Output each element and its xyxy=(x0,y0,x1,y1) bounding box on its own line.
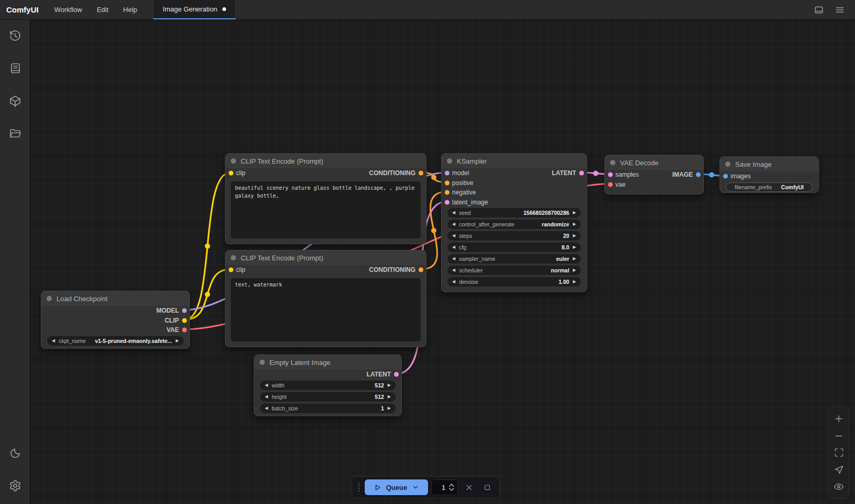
decrement-arrow-icon[interactable]: ◀ xyxy=(52,339,55,343)
collapse-dot[interactable] xyxy=(231,158,236,164)
increment-arrow-icon[interactable]: ▶ xyxy=(388,406,391,410)
widget-sampler_name[interactable]: ◀sampler_nameeuler▶ xyxy=(447,254,581,264)
interrupt-button[interactable] xyxy=(480,479,495,495)
decrement-arrow-icon[interactable]: ◀ xyxy=(265,406,268,410)
widget-height[interactable]: ◀height512▶ xyxy=(260,392,396,402)
decrement-arrow-icon[interactable]: ◀ xyxy=(452,222,455,226)
widget-ckpt_name[interactable]: ◀ckpt_namev1-5-pruned-emaonly.safete...▶ xyxy=(47,336,184,346)
output-port-IMAGE[interactable] xyxy=(696,173,701,177)
decrement-arrow-icon[interactable]: ◀ xyxy=(265,395,268,399)
widget-control_after_generate[interactable]: ◀control_after_generaterandomize▶ xyxy=(447,220,581,229)
node-header[interactable]: KSampler xyxy=(442,154,587,168)
increment-arrow-icon[interactable]: ▶ xyxy=(176,339,179,343)
decrement-arrow-icon[interactable]: ◀ xyxy=(452,257,455,261)
toggle-bottom-panel-button[interactable] xyxy=(811,2,827,18)
widget-denoise[interactable]: ◀denoise1.00▶ xyxy=(447,277,581,287)
decrement-arrow-icon[interactable]: ◀ xyxy=(452,268,455,272)
canvas-controls-panel xyxy=(828,407,849,499)
increment-arrow-icon[interactable]: ▶ xyxy=(388,383,391,387)
input-port-samples[interactable] xyxy=(608,173,613,177)
clear-queue-button[interactable] xyxy=(461,479,476,495)
sidebar-item-queue-history[interactable] xyxy=(4,25,26,47)
node-empty-latent[interactable]: Empty Latent ImageLATENT◀width512▶◀heigh… xyxy=(254,354,402,416)
decrement-arrow-icon[interactable]: ◀ xyxy=(265,383,268,387)
input-port-vae[interactable] xyxy=(608,182,613,187)
node-load-checkpoint[interactable]: Load CheckpointMODELCLIPVAE◀ckpt_namev1-… xyxy=(41,291,190,349)
output-port-LATENT[interactable] xyxy=(394,372,399,377)
node-header[interactable]: CLIP Text Encode (Prompt) xyxy=(226,154,426,168)
node-header[interactable]: CLIP Text Encode (Prompt) xyxy=(226,250,426,265)
decrement-arrow-icon[interactable]: ◀ xyxy=(452,280,455,284)
sidebar-item-node-library[interactable] xyxy=(4,58,26,79)
output-port-VAE[interactable] xyxy=(182,328,187,333)
menu-help[interactable]: Help xyxy=(116,0,144,19)
zoom-in-button[interactable] xyxy=(831,411,847,426)
sidebar-item-model-library[interactable] xyxy=(4,90,26,112)
increment-arrow-icon[interactable]: ▶ xyxy=(573,268,576,272)
increment-arrow-icon[interactable]: ▶ xyxy=(573,257,576,261)
chevron-down-icon[interactable] xyxy=(412,484,419,491)
input-port-images[interactable] xyxy=(723,174,728,179)
collapse-dot[interactable] xyxy=(260,360,265,365)
output-port-CLIP[interactable] xyxy=(182,318,187,323)
node-header[interactable]: Load Checkpoint xyxy=(41,291,189,306)
increment-arrow-icon[interactable]: ▶ xyxy=(573,234,576,238)
input-port-clip[interactable] xyxy=(229,268,233,272)
widget-cfg[interactable]: ◀cfg8.0▶ xyxy=(447,243,581,252)
output-port-MODEL[interactable] xyxy=(182,308,187,313)
decrement-arrow-icon[interactable]: ◀ xyxy=(452,245,455,249)
decrement-arrow-icon[interactable]: ◀ xyxy=(452,234,455,238)
main-menu-button[interactable] xyxy=(832,2,848,18)
batch-count-stepper[interactable] xyxy=(449,484,454,491)
prompt-text-area[interactable]: text, watermark xyxy=(231,278,421,342)
widget-batch_size[interactable]: ◀batch_size1▶ xyxy=(260,404,396,413)
toggle-link-visibility-button[interactable] xyxy=(831,479,847,494)
zoom-out-button[interactable] xyxy=(831,429,847,443)
collapse-dot[interactable] xyxy=(47,296,52,301)
widget-label: scheduler xyxy=(459,267,483,273)
collapse-dot[interactable] xyxy=(610,160,615,165)
node-header[interactable]: VAE Decode xyxy=(605,155,703,170)
input-port-positive[interactable] xyxy=(445,180,449,185)
collapse-dot[interactable] xyxy=(447,158,452,164)
output-port-CONDITIONING[interactable] xyxy=(419,268,423,272)
fit-view-button[interactable] xyxy=(831,445,847,460)
widget-width[interactable]: ◀width512▶ xyxy=(260,381,396,390)
decrement-arrow-icon[interactable]: ◀ xyxy=(452,211,455,215)
select-mode-button[interactable] xyxy=(831,462,847,477)
menu-edit[interactable]: Edit xyxy=(89,0,116,19)
drag-handle[interactable] xyxy=(356,480,362,494)
node-ksampler[interactable]: KSamplermodelLATENTpositivenegativelaten… xyxy=(441,153,587,292)
tab-image-generation[interactable]: Image Generation xyxy=(153,0,236,19)
widget-scheduler[interactable]: ◀schedulernormal▶ xyxy=(447,266,581,275)
output-port-CONDITIONING[interactable] xyxy=(419,171,423,176)
settings-button[interactable] xyxy=(4,475,26,497)
widget-steps[interactable]: ◀steps20▶ xyxy=(447,231,581,240)
node-header[interactable]: Save Image xyxy=(720,157,818,171)
node-header[interactable]: Empty Latent Image xyxy=(254,355,401,370)
input-port-model[interactable] xyxy=(445,171,449,176)
increment-arrow-icon[interactable]: ▶ xyxy=(573,211,576,215)
node-save-image[interactable]: Save Imageimagesfilename_prefixComfyUI xyxy=(719,156,819,193)
node-vae-decode[interactable]: VAE DecodesamplesIMAGEvae xyxy=(604,155,704,194)
menu-workflow[interactable]: Workflow xyxy=(47,0,89,19)
increment-arrow-icon[interactable]: ▶ xyxy=(573,222,576,226)
collapse-dot[interactable] xyxy=(725,162,730,167)
output-port-LATENT[interactable] xyxy=(579,171,584,176)
batch-count-input[interactable]: 1 xyxy=(431,479,458,495)
input-port-clip[interactable] xyxy=(229,171,233,176)
node-clip-pos[interactable]: CLIP Text Encode (Prompt)clipCONDITIONIN… xyxy=(225,153,426,244)
queue-button[interactable]: Queue xyxy=(365,479,428,495)
increment-arrow-icon[interactable]: ▶ xyxy=(573,245,576,249)
node-clip-neg[interactable]: CLIP Text Encode (Prompt)clipCONDITIONIN… xyxy=(225,250,426,347)
collapse-dot[interactable] xyxy=(231,255,236,260)
increment-arrow-icon[interactable]: ▶ xyxy=(573,280,576,284)
theme-toggle-button[interactable] xyxy=(4,442,26,464)
input-port-negative[interactable] xyxy=(445,190,449,195)
prompt-text-area[interactable]: beautiful scenery nature glass bottle la… xyxy=(231,181,421,239)
increment-arrow-icon[interactable]: ▶ xyxy=(388,395,391,399)
sidebar-item-workflows[interactable] xyxy=(4,122,26,144)
widget-seed[interactable]: ◀seed156680208700286▶ xyxy=(447,208,581,217)
widget-filename_prefix[interactable]: filename_prefixComfyUI xyxy=(726,182,813,192)
input-port-latent_image[interactable] xyxy=(445,200,449,204)
